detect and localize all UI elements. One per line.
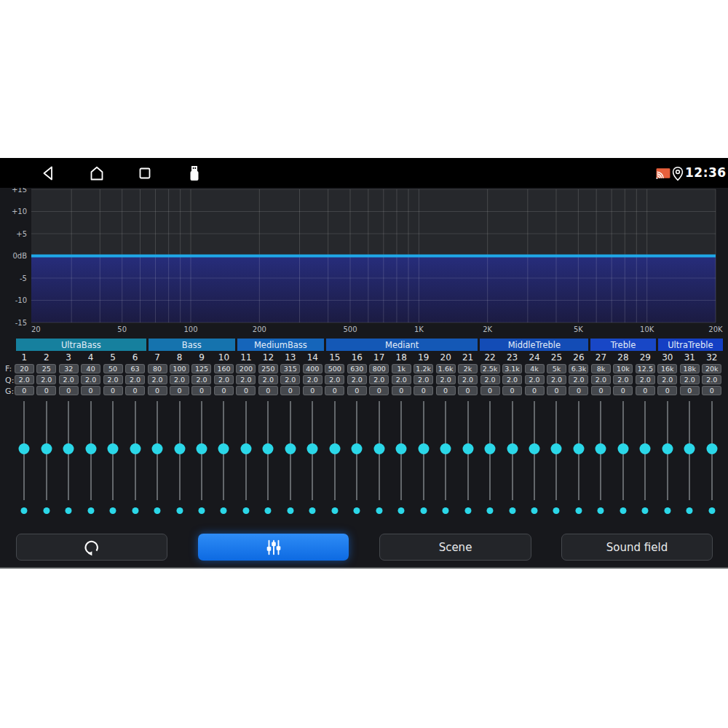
band-q-value[interactable]: 2.0 xyxy=(436,375,456,384)
band-frequency-value[interactable]: 1k xyxy=(392,364,411,373)
slider-knob[interactable] xyxy=(529,443,540,454)
band-gain-slider[interactable] xyxy=(456,400,478,518)
band-frequency-value[interactable]: 4k xyxy=(525,364,545,373)
slider-knob[interactable] xyxy=(440,443,451,454)
band-frequency-value[interactable]: 315 xyxy=(280,364,300,373)
band-gain-slider[interactable] xyxy=(368,400,390,518)
band-frequency-value[interactable]: 800 xyxy=(369,364,389,373)
band-gain-value[interactable]: 0 xyxy=(347,386,367,395)
band-gain-slider[interactable] xyxy=(168,400,190,518)
band-q-value[interactable]: 2.0 xyxy=(591,375,611,384)
band-gain-slider[interactable] xyxy=(79,400,101,518)
slider-knob[interactable] xyxy=(19,443,30,454)
band-gain-value[interactable]: 0 xyxy=(547,386,566,395)
band-gain-slider[interactable] xyxy=(523,400,545,518)
band-q-value[interactable]: 2.0 xyxy=(369,375,389,384)
band-q-value[interactable]: 2.0 xyxy=(480,375,500,384)
band-frequency-value[interactable]: 10k xyxy=(613,364,633,373)
slider-knob[interactable] xyxy=(551,443,562,454)
band-gain-slider[interactable] xyxy=(102,400,124,518)
band-gain-slider[interactable] xyxy=(657,400,678,518)
band-gain-slider[interactable] xyxy=(301,400,323,518)
slider-knob[interactable] xyxy=(152,443,163,454)
band-q-value[interactable]: 2.0 xyxy=(680,375,700,384)
band-gain-value[interactable]: 0 xyxy=(148,386,167,395)
slider-knob[interactable] xyxy=(507,443,518,454)
band-q-value[interactable]: 2.0 xyxy=(59,375,79,384)
band-q-value[interactable]: 2.0 xyxy=(280,375,300,384)
band-q-value[interactable]: 2.0 xyxy=(170,375,189,384)
band-frequency-value[interactable]: 2.5k xyxy=(480,364,500,373)
slider-knob[interactable] xyxy=(485,443,496,454)
band-frequency-value[interactable]: 1.2k xyxy=(414,364,433,373)
band-gain-value[interactable]: 0 xyxy=(325,386,344,395)
slider-knob[interactable] xyxy=(418,443,429,454)
band-gain-value[interactable]: 0 xyxy=(214,386,234,395)
band-frequency-value[interactable]: 16k xyxy=(657,364,677,373)
band-frequency-value[interactable]: 32 xyxy=(59,364,79,373)
equalizer-button[interactable] xyxy=(198,534,349,561)
band-frequency-value[interactable]: 18k xyxy=(680,364,700,373)
band-q-value[interactable]: 2.0 xyxy=(125,375,145,384)
band-gain-value[interactable]: 0 xyxy=(436,386,456,395)
band-frequency-value[interactable]: 2k xyxy=(458,364,478,373)
band-gain-slider[interactable] xyxy=(346,400,368,518)
band-gain-value[interactable]: 0 xyxy=(15,386,34,395)
band-frequency-value[interactable]: 200 xyxy=(236,364,256,373)
slider-knob[interactable] xyxy=(396,443,407,454)
band-frequency-value[interactable]: 250 xyxy=(258,364,278,373)
band-q-value[interactable]: 2.0 xyxy=(325,375,344,384)
band-q-value[interactable]: 2.0 xyxy=(392,375,411,384)
band-frequency-value[interactable]: 3.1k xyxy=(502,364,522,373)
band-gain-slider[interactable] xyxy=(435,400,456,518)
band-q-value[interactable]: 2.0 xyxy=(502,375,522,384)
band-q-value[interactable]: 2.0 xyxy=(414,375,433,384)
slider-knob[interactable] xyxy=(462,443,473,454)
band-gain-value[interactable]: 0 xyxy=(236,386,256,395)
band-q-value[interactable]: 2.0 xyxy=(15,375,34,384)
band-frequency-value[interactable]: 400 xyxy=(303,364,323,373)
band-gain-value[interactable]: 0 xyxy=(191,386,211,395)
band-q-value[interactable]: 2.0 xyxy=(636,375,655,384)
band-gain-value[interactable]: 0 xyxy=(702,386,721,395)
band-gain-value[interactable]: 0 xyxy=(59,386,79,395)
band-q-value[interactable]: 2.0 xyxy=(191,375,211,384)
recents-button[interactable] xyxy=(135,163,155,183)
band-gain-value[interactable]: 0 xyxy=(258,386,278,395)
slider-knob[interactable] xyxy=(352,443,363,454)
band-frequency-value[interactable]: 6.3k xyxy=(569,364,588,373)
back-button[interactable] xyxy=(38,163,58,183)
band-gain-slider[interactable] xyxy=(13,400,35,518)
band-q-value[interactable]: 2.0 xyxy=(613,375,633,384)
band-gain-slider[interactable] xyxy=(590,400,612,518)
band-gain-value[interactable]: 0 xyxy=(569,386,588,395)
band-gain-value[interactable]: 0 xyxy=(81,386,100,395)
band-gain-slider[interactable] xyxy=(545,400,567,518)
band-q-value[interactable]: 2.0 xyxy=(657,375,677,384)
band-q-value[interactable]: 2.0 xyxy=(525,375,545,384)
band-gain-slider[interactable] xyxy=(390,400,412,518)
band-gain-slider[interactable] xyxy=(412,400,434,518)
slider-knob[interactable] xyxy=(240,443,251,454)
slider-knob[interactable] xyxy=(85,443,96,454)
band-q-value[interactable]: 2.0 xyxy=(702,375,721,384)
band-frequency-value[interactable]: 40 xyxy=(81,364,100,373)
slider-knob[interactable] xyxy=(706,443,717,454)
slider-knob[interactable] xyxy=(373,443,384,454)
home-button[interactable] xyxy=(87,163,107,183)
band-gain-slider[interactable] xyxy=(213,400,234,518)
slider-knob[interactable] xyxy=(640,443,651,454)
band-q-value[interactable]: 2.0 xyxy=(236,375,256,384)
band-frequency-value[interactable]: 63 xyxy=(125,364,145,373)
band-frequency-value[interactable]: 25 xyxy=(36,364,56,373)
band-q-value[interactable]: 2.0 xyxy=(258,375,278,384)
slider-knob[interactable] xyxy=(218,443,229,454)
band-gain-value[interactable]: 0 xyxy=(280,386,300,395)
band-frequency-value[interactable]: 5k xyxy=(547,364,566,373)
band-q-value[interactable]: 2.0 xyxy=(214,375,234,384)
band-q-value[interactable]: 2.0 xyxy=(569,375,588,384)
band-gain-slider[interactable] xyxy=(58,400,79,518)
band-gain-value[interactable]: 0 xyxy=(591,386,611,395)
band-q-value[interactable]: 2.0 xyxy=(347,375,367,384)
band-gain-value[interactable]: 0 xyxy=(680,386,700,395)
